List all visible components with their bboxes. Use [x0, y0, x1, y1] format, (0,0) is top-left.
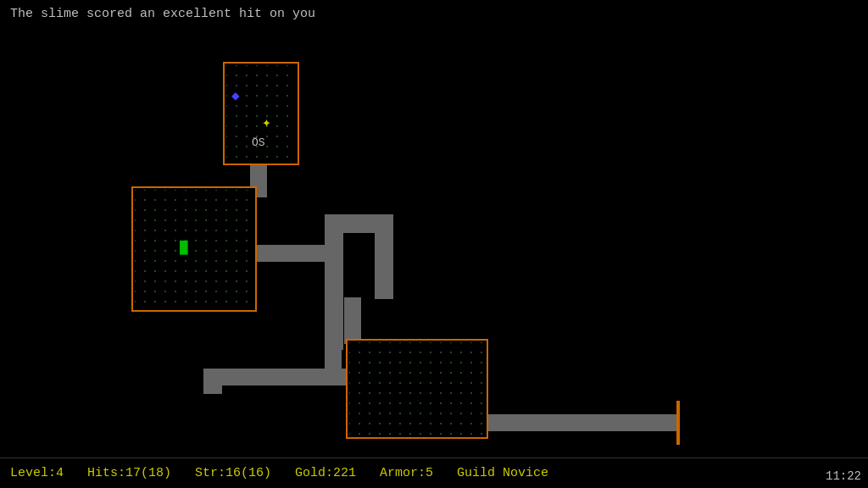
level-display: Level:4: [10, 466, 64, 480]
corridor-bottom-v: [344, 297, 361, 344]
gs-label: ÖS: [252, 136, 265, 149]
guild-display: Guild Novice: [457, 466, 548, 480]
game-message: The slime scored an excellent hit on you: [10, 7, 315, 21]
status-bar: Level:4 Hits:17(18) Str:16(16) Gold:221 …: [0, 458, 868, 488]
corridor-to-bottom: [203, 369, 352, 385]
corridor-stair-v: [325, 214, 343, 350]
wall-right: [676, 401, 680, 445]
str-display: Str:16(16): [195, 466, 271, 480]
room-bottom: [346, 339, 488, 439]
corridor-h1: [257, 245, 325, 262]
gold-display: Gold:221: [295, 466, 356, 480]
player-icon: ◆: [231, 87, 240, 104]
room-top: ◆ ✦ ÖS: [223, 62, 299, 165]
corridor-right: [488, 414, 679, 431]
green-item-icon: █: [180, 241, 188, 256]
map-area: ◆ ✦ ÖS █: [0, 30, 868, 458]
corridor-lower-left-v: [203, 369, 222, 394]
game-screen: The slime scored an excellent hit on you…: [0, 0, 868, 488]
hits-display: Hits:17(18): [87, 466, 171, 480]
armor-display: Armor:5: [380, 466, 433, 480]
sun-icon: ✦: [262, 113, 271, 131]
clock-display: 11:22: [826, 469, 861, 483]
room-left: █: [131, 186, 257, 312]
corridor-stair-v2: [375, 214, 393, 299]
